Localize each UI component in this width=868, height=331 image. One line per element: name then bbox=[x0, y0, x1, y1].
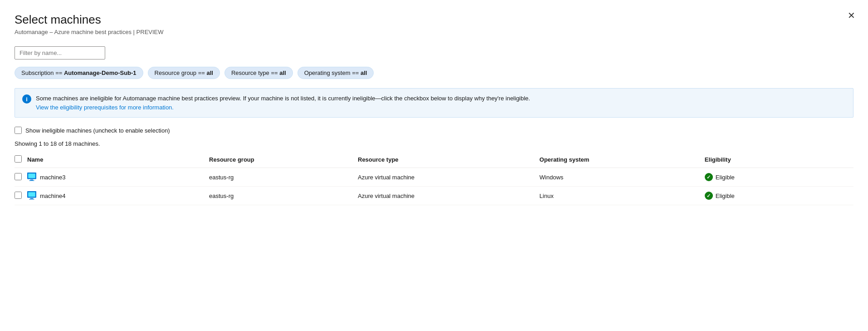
resource-type-cell: Azure virtual machine bbox=[358, 187, 540, 205]
info-banner: i Some machines are ineligible for Autom… bbox=[15, 88, 853, 118]
machine-name-cell: machine3 bbox=[27, 168, 209, 187]
operating-system-cell: Windows bbox=[540, 168, 705, 187]
resource-group-value: all bbox=[206, 69, 213, 76]
svg-rect-2 bbox=[30, 180, 34, 181]
eligible-icon: ✓ bbox=[705, 173, 713, 181]
resource-type-cell: Azure virtual machine bbox=[358, 168, 540, 187]
filter-pills: Subscription == Automanage-Demo-Sub-1 Re… bbox=[15, 67, 853, 79]
machine-name: machine3 bbox=[40, 174, 65, 181]
resource-group-filter-pill[interactable]: Resource group == all bbox=[148, 67, 220, 79]
eligibility-cell: ✓ Eligible bbox=[705, 187, 853, 205]
vm-icon bbox=[27, 173, 36, 182]
row-select-checkbox[interactable] bbox=[15, 173, 22, 180]
eligibility-label: Eligible bbox=[716, 174, 735, 181]
row-checkbox-cell bbox=[15, 187, 27, 205]
machine-name-cell: machine4 bbox=[27, 187, 209, 205]
show-ineligible-label: Show ineligible machines (uncheck to ena… bbox=[25, 127, 170, 134]
row-select-checkbox[interactable] bbox=[15, 192, 22, 199]
svg-rect-5 bbox=[28, 192, 35, 197]
show-ineligible-checkbox[interactable] bbox=[15, 127, 22, 134]
table-row: machine4 eastus-rgAzure virtual machineL… bbox=[15, 187, 853, 205]
filter-by-name-input[interactable] bbox=[15, 46, 105, 59]
svg-rect-6 bbox=[30, 198, 34, 199]
operating-system-filter-pill[interactable]: Operating system == all bbox=[297, 67, 374, 79]
info-icon: i bbox=[22, 94, 31, 104]
subscription-value: Automanage-Demo-Sub-1 bbox=[64, 69, 137, 76]
table-row: machine3 eastus-rgAzure virtual machineW… bbox=[15, 168, 853, 187]
page-subtitle: Automanage – Azure machine best practice… bbox=[15, 29, 853, 35]
eligibility-label: Eligible bbox=[716, 193, 735, 199]
close-button[interactable]: ✕ bbox=[848, 11, 855, 20]
col-header-name: Name bbox=[27, 152, 209, 168]
operating-system-value: all bbox=[361, 69, 367, 76]
subscription-filter-pill[interactable]: Subscription == Automanage-Demo-Sub-1 bbox=[15, 67, 143, 79]
col-header-eligibility: Eligibility bbox=[705, 152, 853, 168]
resource-group-cell: eastus-rg bbox=[209, 187, 358, 205]
table-header-row: Name Resource group Resource type Operat… bbox=[15, 152, 853, 168]
svg-rect-3 bbox=[29, 180, 34, 181]
info-banner-text: Some machines are ineligible for Automan… bbox=[36, 94, 530, 112]
machines-table: Name Resource group Resource type Operat… bbox=[15, 152, 853, 205]
eligibility-cell: ✓ Eligible bbox=[705, 168, 853, 187]
ineligible-machines-row: Show ineligible machines (uncheck to ena… bbox=[15, 127, 853, 134]
operating-system-cell: Linux bbox=[540, 187, 705, 205]
page-title: Select machines bbox=[15, 13, 853, 27]
resource-type-value: all bbox=[279, 69, 286, 76]
resource-type-filter-pill[interactable]: Resource type == all bbox=[224, 67, 293, 79]
select-all-header bbox=[15, 152, 27, 168]
row-checkbox-cell bbox=[15, 168, 27, 187]
svg-rect-7 bbox=[29, 199, 34, 199]
col-header-resource-type: Resource type bbox=[358, 152, 540, 168]
eligible-icon: ✓ bbox=[705, 192, 713, 200]
eligibility-prereq-link[interactable]: View the eligibility prerequisites for m… bbox=[36, 104, 174, 111]
vm-icon bbox=[27, 191, 36, 200]
col-header-resource-group: Resource group bbox=[209, 152, 358, 168]
showing-count-text: Showing 1 to 18 of 18 machines. bbox=[15, 140, 853, 147]
col-header-operating-system: Operating system bbox=[540, 152, 705, 168]
select-all-checkbox[interactable] bbox=[15, 155, 22, 163]
svg-rect-1 bbox=[28, 173, 35, 178]
machine-name: machine4 bbox=[40, 193, 65, 199]
resource-group-cell: eastus-rg bbox=[209, 168, 358, 187]
